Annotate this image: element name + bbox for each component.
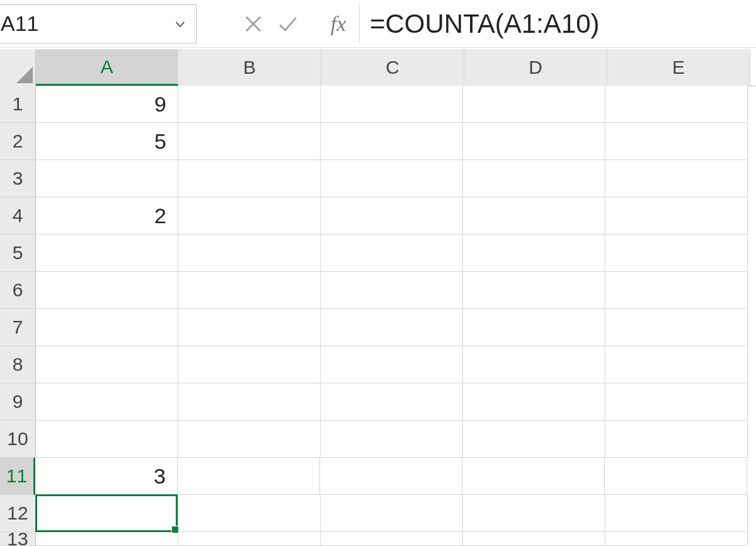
- cell-C8[interactable]: [321, 346, 463, 383]
- row-header-12[interactable]: 12: [0, 495, 36, 532]
- name-box[interactable]: A11: [0, 4, 197, 44]
- cell-E10[interactable]: [605, 421, 748, 458]
- cell-A7[interactable]: [36, 309, 178, 346]
- cell-C9[interactable]: [321, 383, 463, 421]
- row-12: 12: [0, 495, 756, 532]
- cell-E1[interactable]: [605, 86, 748, 123]
- cell-B2[interactable]: [178, 123, 321, 160]
- cell-C12[interactable]: [321, 495, 463, 532]
- cell-A10[interactable]: [36, 421, 178, 458]
- cell-C6[interactable]: [321, 272, 463, 309]
- cell-D13[interactable]: [463, 532, 605, 546]
- row-header-3[interactable]: 3: [0, 160, 36, 197]
- column-header-B[interactable]: B: [178, 49, 321, 86]
- row-header-4[interactable]: 4: [0, 197, 36, 235]
- cell-C5[interactable]: [321, 235, 463, 272]
- row-1: 19: [0, 86, 756, 123]
- cell-D5[interactable]: [463, 235, 605, 272]
- cell-C13[interactable]: [321, 532, 463, 546]
- cell-B9[interactable]: [178, 383, 321, 421]
- cell-D10[interactable]: [463, 421, 605, 458]
- row-header-2[interactable]: 2: [0, 123, 36, 160]
- cell-D8[interactable]: [463, 346, 605, 383]
- cancel-button[interactable]: [236, 5, 270, 43]
- row-5: 5: [0, 235, 756, 272]
- cell-B11[interactable]: [178, 458, 320, 495]
- cell-E6[interactable]: [605, 272, 748, 309]
- cell-C3[interactable]: [321, 160, 463, 197]
- cell-D9[interactable]: [463, 383, 605, 421]
- cell-B13[interactable]: [178, 532, 321, 546]
- cell-E7[interactable]: [605, 309, 748, 346]
- row-6: 6: [0, 272, 756, 309]
- rows-container: 192534256789101131213: [0, 86, 756, 546]
- excel-window: A11 fx =COUNTA(A1:A10) ABCDE 19253425678…: [0, 0, 756, 546]
- formula-input[interactable]: =COUNTA(A1:A10): [367, 5, 756, 43]
- cell-A5[interactable]: [36, 235, 178, 272]
- cell-A12[interactable]: [36, 495, 178, 532]
- select-all-corner[interactable]: [0, 49, 36, 86]
- cell-A4[interactable]: 2: [36, 197, 178, 235]
- cell-E8[interactable]: [605, 346, 748, 383]
- cell-C4[interactable]: [321, 197, 463, 235]
- row-header-8[interactable]: 8: [0, 346, 36, 383]
- cell-A11[interactable]: 3: [35, 458, 178, 495]
- cell-B10[interactable]: [178, 421, 321, 458]
- row-header-10[interactable]: 10: [0, 421, 36, 458]
- cell-B6[interactable]: [178, 272, 321, 309]
- cell-C11[interactable]: [320, 458, 462, 495]
- cell-D4[interactable]: [463, 197, 605, 235]
- enter-button[interactable]: [270, 5, 305, 43]
- cell-B1[interactable]: [178, 86, 321, 123]
- row-header-5[interactable]: 5: [0, 235, 36, 272]
- cell-A9[interactable]: [36, 383, 178, 421]
- cell-D6[interactable]: [463, 272, 605, 309]
- fx-label[interactable]: fx: [318, 5, 360, 43]
- cell-E13[interactable]: [605, 532, 748, 546]
- cell-A13[interactable]: [36, 532, 178, 546]
- cell-B5[interactable]: [178, 235, 321, 272]
- cell-B7[interactable]: [178, 309, 321, 346]
- name-box-value: A11: [1, 11, 39, 36]
- cell-E5[interactable]: [605, 235, 748, 272]
- column-header-D[interactable]: D: [464, 49, 607, 86]
- cell-E11[interactable]: [605, 458, 747, 495]
- name-box-dropdown-icon[interactable]: [171, 9, 190, 38]
- row-header-13[interactable]: 13: [0, 532, 36, 546]
- row-header-6[interactable]: 6: [0, 272, 36, 309]
- cell-D12[interactable]: [463, 495, 605, 532]
- cell-D2[interactable]: [463, 123, 605, 160]
- cell-B8[interactable]: [178, 346, 321, 383]
- formula-text: =COUNTA(A1:A10): [370, 9, 600, 39]
- column-header-C[interactable]: C: [321, 49, 464, 86]
- cell-E9[interactable]: [605, 383, 748, 421]
- row-header-9[interactable]: 9: [0, 383, 36, 421]
- cell-D1[interactable]: [463, 86, 605, 123]
- cell-D7[interactable]: [463, 309, 605, 346]
- cell-A6[interactable]: [36, 272, 178, 309]
- column-header-E[interactable]: E: [607, 49, 750, 86]
- cell-C10[interactable]: [321, 421, 463, 458]
- cell-A2[interactable]: 5: [36, 123, 178, 160]
- cell-B12[interactable]: [178, 495, 321, 532]
- cell-A1[interactable]: 9: [36, 86, 178, 123]
- row-header-7[interactable]: 7: [0, 309, 36, 346]
- row-header-1[interactable]: 1: [0, 86, 36, 123]
- cell-A8[interactable]: [36, 346, 178, 383]
- row-header-11[interactable]: 11: [0, 458, 35, 495]
- row-9: 9: [0, 383, 756, 421]
- cell-A3[interactable]: [36, 160, 178, 197]
- cell-C1[interactable]: [321, 86, 463, 123]
- cell-D3[interactable]: [463, 160, 605, 197]
- row-8: 8: [0, 346, 756, 383]
- cell-B4[interactable]: [178, 197, 321, 235]
- cell-B3[interactable]: [178, 160, 321, 197]
- cell-E12[interactable]: [605, 495, 748, 532]
- cell-E3[interactable]: [605, 160, 748, 197]
- cell-C7[interactable]: [321, 309, 463, 346]
- cell-E4[interactable]: [605, 197, 748, 235]
- cell-D11[interactable]: [462, 458, 605, 495]
- cell-C2[interactable]: [321, 123, 463, 160]
- column-header-A[interactable]: A: [36, 49, 178, 86]
- cell-E2[interactable]: [605, 123, 748, 160]
